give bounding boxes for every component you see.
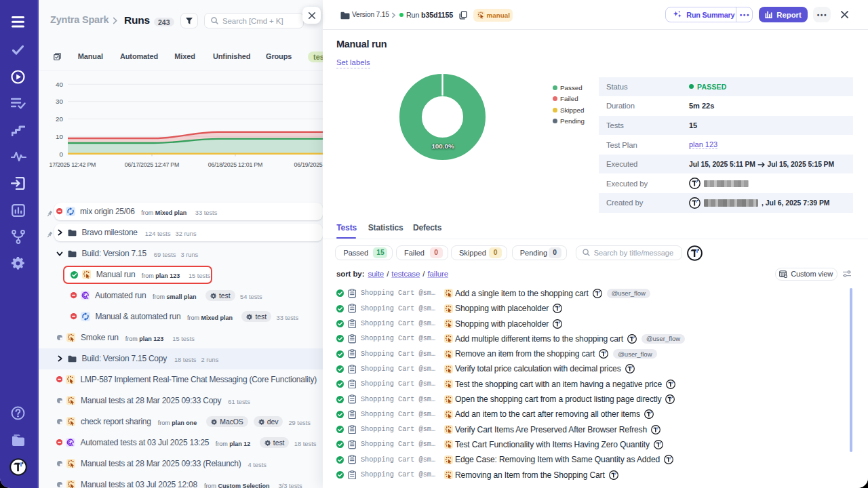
svg-text:30: 30 (56, 98, 63, 105)
svg-text:40: 40 (56, 81, 63, 88)
svg-text:20: 20 (56, 115, 63, 123)
svg-text:06/19/2025: 06/19/2025 (294, 161, 323, 168)
svg-text:0: 0 (60, 150, 64, 158)
svg-text:06/17/2025 12:47 PM: 06/17/2025 12:47 PM (125, 161, 179, 168)
svg-text:10: 10 (56, 133, 63, 140)
svg-text:17/2025 12:42 PM: 17/2025 12:42 PM (50, 161, 96, 168)
svg-text:06/18/2025 12:01 PM: 06/18/2025 12:01 PM (208, 161, 262, 168)
